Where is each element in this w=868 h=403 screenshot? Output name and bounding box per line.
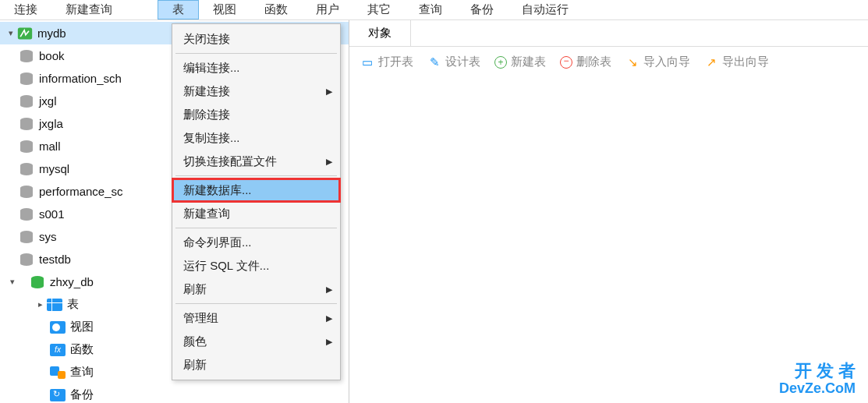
tab-objects[interactable]: 对象 <box>349 20 411 46</box>
chevron-down-icon[interactable]: ▾ <box>5 28 17 38</box>
separator <box>175 303 337 304</box>
svg-point-24 <box>20 216 33 221</box>
ctx-copy-conn[interactable]: 复制连接... <box>172 126 340 150</box>
import-icon: ↘ <box>625 55 639 69</box>
new-table-button[interactable]: +新建表 <box>494 55 546 69</box>
database-icon <box>19 117 34 131</box>
import-wizard-button[interactable]: ↘导入向导 <box>625 55 690 69</box>
toolbar: ▭打开表 ✎设计表 +新建表 −删除表 ↘导入向导 ↗导出向导 <box>349 47 868 77</box>
menu-backup[interactable]: 备份 <box>456 1 508 19</box>
ctx-switch-profile[interactable]: 切换连接配置文件▶ <box>172 150 340 173</box>
menu-auto-run[interactable]: 自动运行 <box>508 1 583 19</box>
database-icon <box>19 94 34 108</box>
export-wizard-button[interactable]: ↗导出向导 <box>704 55 769 69</box>
chevron-right-icon: ▶ <box>326 285 332 295</box>
database-icon <box>19 207 34 221</box>
view-icon <box>50 321 66 334</box>
watermark: 开 发 者 DevZe.CoM <box>779 361 856 397</box>
database-icon <box>19 185 34 199</box>
chevron-right-icon: ▶ <box>326 313 332 323</box>
database-icon <box>19 230 34 244</box>
top-menu: 连接 新建查询 表 视图 函数 用户 其它 查询 备份 自动运行 <box>0 0 868 20</box>
folder-open-icon: ▭ <box>360 55 374 69</box>
svg-point-27 <box>20 239 33 243</box>
svg-point-18 <box>20 171 33 175</box>
menu-view[interactable]: 视图 <box>199 1 250 19</box>
database-open-icon <box>30 275 45 289</box>
database-icon <box>19 253 34 267</box>
minus-circle-icon: − <box>560 56 572 69</box>
conn-label: mydb <box>37 27 66 40</box>
chevron-down-icon[interactable]: ▾ <box>6 277 19 287</box>
menu-user[interactable]: 用户 <box>302 1 353 19</box>
ctx-new-conn[interactable]: 新建连接▶ <box>172 80 340 103</box>
chevron-right-icon[interactable]: ▸ <box>34 299 47 309</box>
separator <box>175 53 337 54</box>
connection-icon <box>17 27 33 41</box>
ctx-new-database[interactable]: 新建数据库... <box>172 179 340 202</box>
menu-query[interactable]: 查询 <box>405 1 456 19</box>
ctx-edit-conn[interactable]: 编辑连接... <box>172 56 340 80</box>
database-icon <box>19 162 34 176</box>
svg-point-9 <box>20 103 33 108</box>
menu-new-query[interactable]: 新建查询 <box>51 1 126 19</box>
database-icon <box>19 72 34 86</box>
svg-point-3 <box>20 58 33 62</box>
query-icon <box>50 366 66 379</box>
svg-point-30 <box>20 261 33 266</box>
menu-connect[interactable]: 连接 <box>0 1 51 19</box>
plus-circle-icon: + <box>494 56 507 69</box>
svg-point-6 <box>20 80 33 85</box>
ctx-manage-group[interactable]: 管理组▶ <box>172 306 340 330</box>
delete-table-button[interactable]: −删除表 <box>560 55 611 69</box>
pencil-icon: ✎ <box>427 55 441 69</box>
ctx-color[interactable]: 颜色▶ <box>172 330 340 353</box>
ctx-cli[interactable]: 命令列界面... <box>172 231 340 254</box>
table-icon <box>47 299 62 311</box>
open-table-button[interactable]: ▭打开表 <box>360 55 413 69</box>
function-icon: fx <box>50 344 66 356</box>
context-menu: 关闭连接 编辑连接... 新建连接▶ 删除连接 复制连接... 切换连接配置文件… <box>172 23 341 380</box>
node-backups[interactable]: 备份 <box>0 384 349 403</box>
backup-icon <box>50 389 66 401</box>
menu-function[interactable]: 函数 <box>250 1 302 19</box>
separator <box>175 228 337 228</box>
chevron-right-icon: ▶ <box>326 337 332 347</box>
export-icon: ↗ <box>704 55 718 69</box>
ctx-refresh2[interactable]: 刷新 <box>172 353 340 376</box>
svg-point-12 <box>20 125 33 130</box>
ctx-del-conn[interactable]: 删除连接 <box>172 103 340 126</box>
svg-point-15 <box>20 148 33 153</box>
separator <box>175 175 337 176</box>
database-icon <box>19 140 34 154</box>
ctx-close-conn[interactable]: 关闭连接 <box>172 27 340 51</box>
ctx-refresh[interactable]: 刷新▶ <box>172 278 340 301</box>
menu-other[interactable]: 其它 <box>353 1 405 19</box>
ctx-run-sql[interactable]: 运行 SQL 文件... <box>172 254 340 278</box>
chevron-right-icon: ▶ <box>326 157 332 167</box>
svg-point-33 <box>31 284 44 288</box>
chevron-right-icon: ▶ <box>326 87 332 97</box>
design-table-button[interactable]: ✎设计表 <box>427 55 480 69</box>
menu-table[interactable]: 表 <box>158 0 199 19</box>
database-icon <box>19 49 34 63</box>
svg-point-21 <box>20 193 33 198</box>
content-area: 对象 ▭打开表 ✎设计表 +新建表 −删除表 ↘导入向导 ↗导出向导 <box>349 20 868 403</box>
ctx-new-query[interactable]: 新建查询 <box>172 202 340 225</box>
